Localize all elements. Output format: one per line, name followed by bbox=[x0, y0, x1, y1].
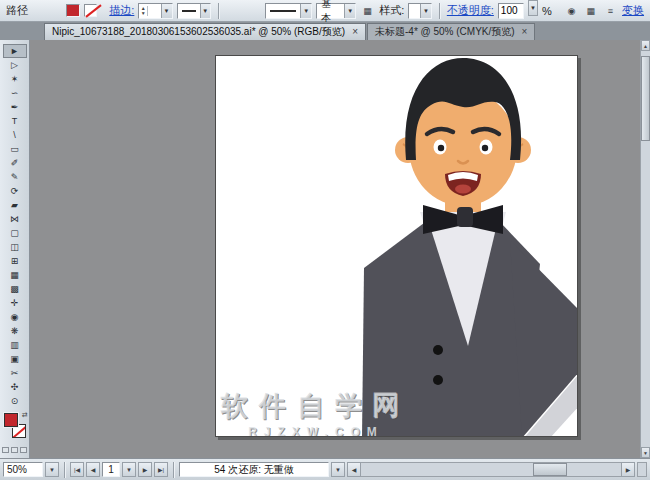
scale-tool[interactable]: ▰ bbox=[3, 198, 27, 212]
blend-tool[interactable]: ◉ bbox=[3, 310, 27, 324]
vertical-scrollbar[interactable]: ▲ ▼ bbox=[640, 40, 650, 458]
tuxedo-man-illustration[interactable] bbox=[216, 56, 578, 437]
scroll-down-icon[interactable]: ▼ bbox=[641, 447, 650, 458]
tab-label: Nipic_10673188_20180306153602536035.ai* … bbox=[52, 25, 345, 39]
zoom-tool[interactable]: ⊙ bbox=[3, 394, 27, 408]
options-bar: 路径 描边: ▲▼ ▼ ▼ ▼ 基本 ▼ ▦ 样式: ▼ bbox=[0, 0, 650, 22]
pen-tool[interactable]: ✒ bbox=[3, 100, 27, 114]
lasso-tool[interactable]: ∽ bbox=[3, 86, 27, 100]
align-options-icon[interactable]: ▦ bbox=[583, 3, 598, 19]
opacity-input[interactable] bbox=[498, 3, 524, 19]
vscroll-track[interactable] bbox=[641, 51, 650, 447]
page-number-value[interactable]: 1 bbox=[102, 462, 120, 477]
first-page-icon[interactable]: |◀ bbox=[70, 462, 84, 477]
chevron-down-icon[interactable]: ▼ bbox=[420, 4, 431, 18]
column-graph-tool[interactable]: ▥ bbox=[3, 338, 27, 352]
opacity-unit: % bbox=[542, 5, 552, 17]
panel-menu-icon[interactable]: ≡ bbox=[603, 3, 618, 19]
separator bbox=[439, 3, 440, 19]
selection-tool[interactable]: ► bbox=[3, 44, 27, 58]
chevron-down-icon[interactable]: ▼ bbox=[528, 0, 538, 16]
pencil-tool[interactable]: ✎ bbox=[3, 170, 27, 184]
direct-selection-tool[interactable]: ▷ bbox=[3, 58, 27, 72]
scroll-right-icon[interactable]: ▶ bbox=[621, 462, 635, 477]
draw-normal-button[interactable] bbox=[2, 447, 9, 453]
tab-untitled-4[interactable]: 未标题-4* @ 50% (CMYK/预览) × bbox=[367, 23, 535, 40]
draw-mode-buttons bbox=[2, 447, 27, 453]
spinner-arrows-icon[interactable]: ▲▼ bbox=[139, 6, 148, 16]
scroll-left-icon[interactable]: ◀ bbox=[347, 462, 361, 477]
history-status: 54 次还原: 无重做 bbox=[179, 462, 329, 477]
draw-behind-button[interactable] bbox=[11, 447, 18, 453]
draw-inside-button[interactable] bbox=[20, 447, 27, 453]
chevron-down-icon[interactable]: ▼ bbox=[200, 4, 210, 18]
shape-builder-tool[interactable]: ◫ bbox=[3, 240, 27, 254]
tongue-shape bbox=[455, 185, 471, 194]
resize-corner bbox=[637, 462, 647, 477]
perspective-grid-tool[interactable]: ⊞ bbox=[3, 254, 27, 268]
status-bar: 50% ▼ |◀ ◀ 1 ▼ ▶ ▶| 54 次还原: 无重做 ▼ ◀ ▶ bbox=[0, 458, 650, 480]
magic-wand-tool[interactable]: ✶ bbox=[3, 72, 27, 86]
free-transform-tool[interactable]: ▢ bbox=[3, 226, 27, 240]
eyedropper-tool[interactable]: ✛ bbox=[3, 296, 27, 310]
chevron-down-icon[interactable]: ▼ bbox=[331, 462, 345, 477]
tab-nipic-document[interactable]: Nipic_10673188_20180306153602536035.ai* … bbox=[44, 23, 366, 40]
swap-colors-icon[interactable]: ⇄ bbox=[22, 411, 28, 419]
brush-options-icon[interactable]: ▦ bbox=[360, 3, 375, 19]
canvas-area[interactable]: 软件自学网 RJZXW.COM bbox=[30, 40, 640, 458]
graphic-style-dropdown[interactable]: ▼ bbox=[408, 3, 432, 19]
jacket-button-bottom[interactable] bbox=[433, 375, 443, 385]
stroke-none-swatch[interactable] bbox=[84, 4, 98, 17]
artboard[interactable] bbox=[215, 55, 578, 437]
previous-page-icon[interactable]: ◀ bbox=[86, 462, 100, 477]
chevron-down-icon[interactable]: ▼ bbox=[300, 4, 311, 18]
slice-tool[interactable]: ✂ bbox=[3, 366, 27, 380]
symbol-sprayer-tool[interactable]: ❋ bbox=[3, 324, 27, 338]
brush-definition-dropdown[interactable]: ▼ bbox=[265, 3, 312, 19]
line-segment-tool[interactable]: \ bbox=[3, 128, 27, 142]
hscroll-track[interactable] bbox=[361, 462, 621, 477]
tool-list: ►▷✶∽✒T\▭✐✎⟳▰⋈▢◫⊞▦▩✛◉❋▥▣✂✣⊙ bbox=[3, 44, 27, 408]
style-label: 样式: bbox=[379, 3, 404, 18]
rotate-tool[interactable]: ⟳ bbox=[3, 184, 27, 198]
transform-link[interactable]: 变换 bbox=[622, 3, 644, 18]
scroll-up-icon[interactable]: ▲ bbox=[641, 40, 650, 51]
mesh-tool[interactable]: ▦ bbox=[3, 268, 27, 282]
chevron-down-icon[interactable]: ▼ bbox=[122, 462, 136, 477]
fill-color-swatch[interactable] bbox=[66, 4, 80, 17]
stroke-link[interactable]: 描边: bbox=[109, 3, 134, 18]
fill-stroke-widget: ⇄ bbox=[2, 412, 28, 442]
hscroll-thumb[interactable] bbox=[533, 463, 567, 476]
brush-basic-dropdown[interactable]: 基本 ▼ bbox=[316, 3, 356, 19]
horizontal-scrollbar[interactable]: ◀ ▶ bbox=[347, 462, 635, 477]
width-tool[interactable]: ⋈ bbox=[3, 212, 27, 226]
next-page-icon[interactable]: ▶ bbox=[138, 462, 152, 477]
separator bbox=[173, 462, 174, 478]
last-page-icon[interactable]: ▶| bbox=[154, 462, 168, 477]
recolor-artwork-icon[interactable]: ◉ bbox=[564, 3, 579, 19]
stroke-weight-spinner[interactable]: ▲▼ ▼ bbox=[138, 3, 172, 19]
zoom-level-value[interactable]: 50% bbox=[3, 462, 43, 477]
fill-color-box[interactable] bbox=[4, 413, 18, 427]
close-icon[interactable]: × bbox=[522, 27, 528, 37]
width-profile-dropdown[interactable]: ▼ bbox=[177, 3, 211, 19]
document-tab-bar: Nipic_10673188_20180306153602536035.ai* … bbox=[0, 22, 650, 40]
separator bbox=[218, 3, 219, 19]
chevron-down-icon[interactable]: ▼ bbox=[161, 4, 172, 18]
chevron-down-icon[interactable]: ▼ bbox=[45, 462, 59, 477]
illustrator-window: 路径 描边: ▲▼ ▼ ▼ ▼ 基本 ▼ ▦ 样式: ▼ bbox=[0, 0, 650, 480]
chevron-down-icon[interactable]: ▼ bbox=[344, 4, 355, 18]
opacity-link[interactable]: 不透明度: bbox=[447, 3, 494, 18]
vscroll-thumb[interactable] bbox=[641, 56, 650, 141]
hand-tool[interactable]: ✣ bbox=[3, 380, 27, 394]
rectangle-tool[interactable]: ▭ bbox=[3, 142, 27, 156]
tab-label: 未标题-4* @ 50% (CMYK/预览) bbox=[375, 25, 515, 39]
bowtie-knot[interactable] bbox=[457, 207, 473, 227]
jacket-button-top[interactable] bbox=[433, 345, 443, 355]
gradient-tool[interactable]: ▩ bbox=[3, 282, 27, 296]
type-tool[interactable]: T bbox=[3, 114, 27, 128]
artboard-tool[interactable]: ▣ bbox=[3, 352, 27, 366]
close-icon[interactable]: × bbox=[352, 27, 358, 37]
brush-stroke-preview-icon bbox=[270, 10, 296, 12]
paintbrush-tool[interactable]: ✐ bbox=[3, 156, 27, 170]
